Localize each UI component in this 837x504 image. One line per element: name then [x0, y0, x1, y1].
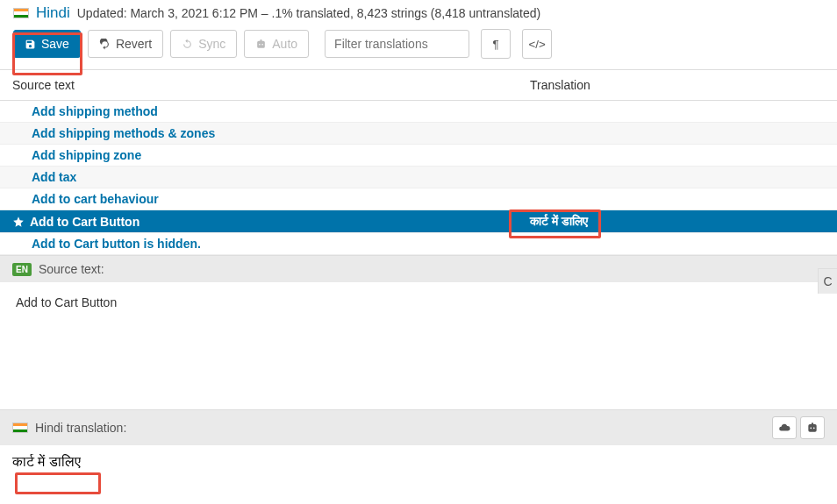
col-translation: Translation: [518, 70, 837, 100]
context-column[interactable]: C: [818, 268, 837, 294]
table-row[interactable]: Add to Cart button is hidden.: [0, 233, 837, 255]
table-header: Source text Translation: [0, 69, 837, 101]
row-source-text: Add shipping zone: [0, 145, 518, 166]
row-source-text: Add to Cart button is hidden.: [0, 233, 518, 254]
translation-input[interactable]: [12, 454, 825, 470]
auto-button[interactable]: Auto: [244, 30, 309, 58]
language-title: Hindi: [36, 4, 70, 22]
revert-icon: [99, 39, 111, 50]
source-text-value: Add to Cart Button: [0, 282, 837, 409]
source-editor-header: EN Source text:: [0, 255, 837, 282]
pilcrow-button[interactable]: ¶: [481, 29, 511, 59]
context-label: C: [823, 274, 832, 288]
code-icon: </>: [528, 38, 545, 51]
sync-icon: [182, 39, 193, 50]
save-label: Save: [41, 37, 69, 51]
row-translation-text: [518, 167, 837, 188]
translation-label: Hindi translation:: [35, 421, 126, 435]
row-translation-text: [518, 145, 837, 166]
auto-label: Auto: [272, 37, 297, 51]
flag-india-icon: [12, 422, 28, 433]
row-translation-text: [518, 123, 837, 144]
sync-button[interactable]: Sync: [170, 30, 237, 58]
table-row[interactable]: Add shipping methods & zones: [0, 123, 837, 145]
row-translation-text: कार्ट में डालिए: [518, 210, 837, 232]
en-badge: EN: [12, 263, 32, 276]
revert-label: Revert: [116, 37, 152, 51]
row-translation-text: [518, 188, 837, 209]
translation-editor-header: Hindi translation:: [0, 409, 837, 445]
robot-icon: [255, 39, 267, 50]
star-icon: [12, 216, 25, 228]
cloud-icon: [778, 422, 790, 434]
table-row[interactable]: Add to cart behaviour: [0, 188, 837, 210]
table-row[interactable]: Add to Cart Buttonकार्ट में डालिए: [0, 210, 837, 233]
robot-suggest-button[interactable]: [800, 416, 825, 439]
robot-icon: [806, 422, 819, 434]
code-button[interactable]: </>: [522, 29, 552, 59]
updated-status: Updated: March 3, 2021 6:12 PM – .1% tra…: [77, 6, 540, 20]
flag-india-icon: [13, 8, 29, 18]
table-row[interactable]: Add shipping method: [0, 101, 837, 123]
revert-button[interactable]: Revert: [88, 30, 163, 58]
filter-input[interactable]: [325, 30, 469, 58]
cloud-suggest-button[interactable]: [772, 416, 797, 439]
row-source-text: Add to Cart Button: [30, 215, 140, 229]
table-row[interactable]: Add shipping zone: [0, 145, 837, 167]
save-button[interactable]: Save: [13, 30, 81, 58]
row-source-text: Add shipping methods & zones: [0, 123, 518, 144]
table-row[interactable]: Add tax: [0, 167, 837, 188]
row-translation-text: [518, 233, 837, 254]
row-source-text: Add to cart behaviour: [0, 188, 518, 209]
row-source-text: Add shipping method: [0, 101, 518, 122]
row-translation-text: [518, 101, 837, 122]
pilcrow-icon: ¶: [493, 38, 499, 51]
sync-label: Sync: [198, 37, 225, 51]
row-source-text: Add tax: [0, 167, 518, 188]
col-source-text: Source text: [0, 70, 518, 100]
save-icon: [25, 39, 36, 50]
source-text-label: Source text:: [39, 262, 104, 276]
